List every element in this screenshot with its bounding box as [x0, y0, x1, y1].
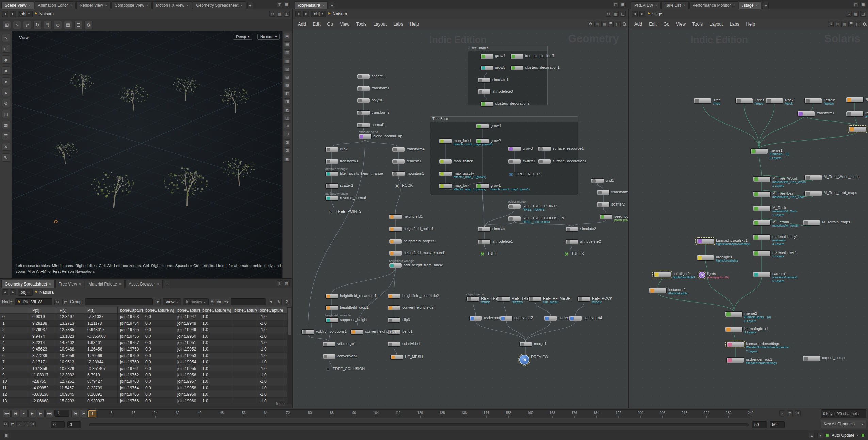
translate-mode-icon[interactable]: ⇄ [23, 21, 31, 29]
scale-mode-icon[interactable]: ⇅ [44, 21, 52, 29]
breadcrumb[interactable]: ⚑Natsura [328, 12, 347, 16]
go-end-button[interactable]: ▶▶| [45, 410, 53, 417]
menu-help[interactable]: Help [742, 20, 758, 28]
pane-maximize-icon[interactable]: ◫ [613, 2, 619, 7]
node-reverse-normal[interactable]: attribute wranglereverse_normal [325, 196, 366, 201]
node-karmafogbox1[interactable]: karmafogbox11 Layers [725, 327, 768, 335]
node-remesh1[interactable]: remesh1 [392, 159, 421, 164]
node-transform5[interactable]: transform5 [597, 190, 628, 195]
viewport-toggle-icon[interactable]: ▧ [284, 66, 290, 72]
table-row[interactable]: 39.947413.1023-0.365008joint197560.0join… [0, 333, 287, 340]
node-rendergeometry[interactable]: rendergeometry/Particle [846, 111, 868, 119]
playback-range-slider[interactable] [89, 423, 749, 426]
node-trees[interactable]: Trees/Trees [735, 98, 764, 106]
menu-tools[interactable]: Tools [689, 20, 706, 28]
range-start-field[interactable]: 0 [67, 421, 81, 428]
breadcrumb[interactable]: ⚑Natsura [34, 290, 54, 295]
pane-maximize-icon[interactable]: ◫ [853, 2, 859, 7]
group-input[interactable] [85, 298, 153, 305]
new-tab-button[interactable]: + [247, 2, 253, 9]
node-arealight1[interactable]: arealight1/lights/arealight1 [697, 255, 738, 263]
column-header-bonecapture-re[interactable]: boneCapture re [232, 307, 257, 313]
node-scatter1[interactable]: scatter1 [325, 183, 353, 189]
close-tab-icon[interactable]: × [70, 3, 72, 7]
menu-edit[interactable]: Edit [309, 20, 324, 28]
node-clusters-decoration1[interactable]: clusters_decoration1 [510, 65, 560, 70]
menu-labs[interactable]: Labs [726, 20, 742, 28]
pin-icon[interactable]: ⊙ [606, 11, 611, 17]
column-header-p-x[interactable]: P[x] [30, 307, 57, 313]
scrollbar-thumb[interactable] [288, 308, 291, 335]
pane-grid-icon[interactable]: ▦ [613, 11, 619, 17]
node-grow4[interactable]: grow4 [480, 54, 505, 59]
node-surface-decoration1[interactable]: surface_decoration1 [538, 159, 587, 164]
close-tab-icon[interactable]: × [683, 3, 685, 7]
close-tab-icon[interactable]: × [119, 282, 121, 286]
node-seed-points2[interactable]: seed_points2points (seed_points2) [600, 214, 628, 222]
stop-button[interactable]: ■ [20, 410, 28, 417]
pane-grid-icon[interactable]: ▦ [853, 11, 859, 17]
playbar-settings-icon[interactable]: ⚙ [30, 421, 36, 427]
model-tool-icon[interactable]: ◆ [2, 55, 10, 64]
node-m-rock[interactable]: M_Rockmaterials/M_Rock1 Layers [753, 206, 797, 217]
search-icon[interactable] [623, 22, 626, 26]
node-subdivide1[interactable]: subdivide1 [388, 342, 420, 347]
delete-tool-icon[interactable]: ✕ [2, 143, 10, 151]
tab-scene-view[interactable]: Scene View× [1, 1, 34, 9]
viewport-toggle-icon[interactable]: ◧ [284, 90, 290, 96]
node-transform4[interactable]: transform4 [392, 147, 425, 152]
viewport-toggle-icon[interactable]: ▤ [284, 41, 290, 47]
pane-grid-icon[interactable]: ▦ [277, 11, 282, 17]
audio-toggle-icon[interactable]: ♪ [16, 421, 22, 427]
node-transform1[interactable]: transform1 [357, 86, 390, 91]
select-tool-icon[interactable]: ↖ [2, 34, 10, 42]
pane-layout-icon[interactable]: ▦ [284, 280, 290, 286]
node-attribdelete2[interactable]: attribdelete2 [566, 239, 601, 244]
audio-icon[interactable]: ♪ [779, 410, 785, 416]
node-rock[interactable]: Rock/Rock [766, 98, 793, 106]
column-header-bonecapture-w[interactable]: boneCapture w[ [200, 307, 232, 313]
wrench-icon[interactable]: ⚙ [588, 21, 593, 27]
node-merge1[interactable]: merge1 [519, 342, 546, 347]
spreadsheet-scrollbar[interactable] [287, 307, 292, 404]
table-row[interactable]: 10-2.875512.72618.79427joint197630.0join… [0, 378, 287, 385]
context-dropdown[interactable]: obj▾ [18, 289, 33, 296]
snap-icon[interactable]: ⊙ [54, 21, 62, 29]
node-heightfield-project1[interactable]: heightfield_project1 [389, 239, 436, 244]
menu-icon[interactable]: ☰ [848, 21, 854, 27]
node-convertheightfield1[interactable]: convertheightfield1 [350, 329, 396, 335]
viewport-toggle-icon[interactable]: ◫ [284, 115, 290, 121]
tab-render-view[interactable]: Render View× [76, 1, 111, 9]
node-ref-tree-points[interactable]: object mergeREF_TREE_POINTS/TREE_POINTS [508, 204, 558, 212]
table-row[interactable]: 810.135610.6379-0.351407joint197610.0joi… [0, 365, 287, 372]
nav-forward-icon[interactable]: ▶ [10, 11, 16, 17]
new-tab-button[interactable]: + [763, 2, 769, 9]
sphere-tool-icon[interactable]: ● [2, 77, 10, 85]
node-tree[interactable]: Tree/Tree [694, 98, 721, 106]
context-dropdown[interactable]: obj▾ [18, 11, 33, 17]
node-switch1[interactable]: switch1 [508, 159, 535, 164]
node-clusters-decoration2[interactable]: clusters_decoration2 [480, 101, 530, 107]
viewport-toggle-icon[interactable]: ⊟ [284, 131, 290, 137]
node-surface-resource1[interactable]: surface_resource1 [538, 146, 584, 151]
grid-view-icon[interactable]: ▦ [601, 21, 607, 27]
close-tab-icon[interactable]: × [186, 3, 189, 7]
node-convertvdb1[interactable]: convertvdb1 [323, 354, 358, 359]
table-row[interactable]: 29.7993712.73850.943017joint197550.0join… [0, 327, 287, 333]
menu-view[interactable]: View [673, 20, 689, 28]
viewport-toggle-icon[interactable]: ▥ [284, 49, 290, 55]
nav-back-icon[interactable]: ◀ [632, 11, 638, 17]
next-key-button[interactable]: ▶| [37, 410, 45, 417]
close-tab-icon[interactable]: × [79, 282, 81, 286]
pane-layout-icon[interactable]: ▦ [284, 2, 290, 7]
column-header-p-y[interactable]: P[y] [57, 307, 85, 313]
key-all-channels-button[interactable]: Key All Channels▾ [821, 420, 866, 428]
close-tab-icon[interactable]: × [157, 282, 159, 286]
node-preview[interactable]: PREVIEW [519, 355, 548, 365]
nav-back-icon[interactable]: ◀ [2, 289, 8, 295]
pin-icon[interactable]: ⊙ [54, 299, 60, 305]
nav-back-icon[interactable]: ◀ [2, 11, 8, 17]
close-tab-icon[interactable]: × [105, 3, 107, 7]
node-copnet-comp[interactable]: copnet_comp [803, 356, 845, 361]
intrinsics-dropdown[interactable]: Intrinsics▾ [183, 298, 209, 305]
